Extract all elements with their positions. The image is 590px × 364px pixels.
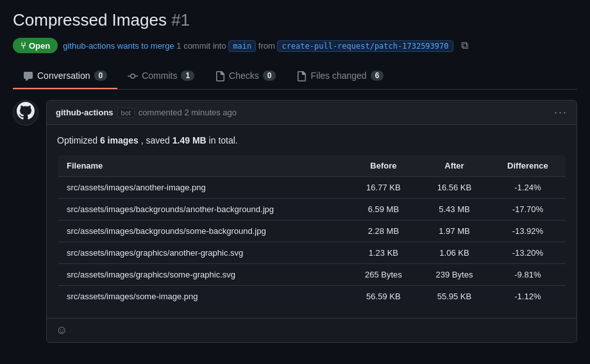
cell-before: 2.28 MB [348, 220, 419, 242]
comment-footer: ☺ [47, 318, 577, 342]
page-container: Compressed Images #1 ⑂ Open github-actio… [0, 0, 590, 363]
cell-after: 5.43 MB [419, 199, 490, 220]
bot-badge: bot [117, 108, 135, 118]
pr-meta: ⑂ Open github-actions wants to merge 1 c… [13, 38, 577, 53]
table-row: src/assets/images/backgrounds/another-ba… [58, 199, 566, 220]
tab-commits-count: 1 [181, 70, 194, 81]
col-difference: Difference [490, 155, 566, 177]
avatar [13, 100, 38, 126]
comment-box: github-actions bot commented 2 minutes a… [46, 100, 577, 343]
tab-bar: Conversation 0 Commits 1 Checks 0 Files … [13, 63, 577, 90]
base-branch-tag[interactable]: main [228, 40, 256, 52]
table-row: src/assets/images/graphics/some-graphic.… [58, 264, 566, 286]
cell-after: 1.97 MB [419, 220, 490, 242]
saved-amount: 1.49 MB [173, 135, 206, 145]
pr-title: Compressed Images #1 [13, 10, 577, 30]
files-changed-icon [296, 70, 307, 81]
cell-filename: src/assets/images/some-image.png [58, 286, 348, 308]
tab-conversation[interactable]: Conversation 0 [13, 63, 117, 89]
cell-difference: -9.81% [490, 264, 566, 286]
cell-difference: -1.12% [490, 286, 566, 308]
cell-filename: src/assets/images/backgrounds/some-backg… [58, 220, 348, 242]
cell-difference: -1.24% [490, 177, 566, 199]
bot-actor-link[interactable]: github-actions wants to merge [63, 41, 174, 51]
cell-difference: -13.20% [490, 242, 566, 264]
cell-before: 265 Bytes [348, 264, 419, 286]
cell-before: 16.77 KB [348, 177, 419, 199]
tab-commits-label: Commits [142, 70, 177, 81]
cell-after: 239 Bytes [419, 264, 490, 286]
table-row: src/assets/images/another-image.png16.77… [58, 177, 566, 199]
table-body: src/assets/images/another-image.png16.77… [58, 177, 566, 308]
cell-before: 1.23 KB [348, 242, 419, 264]
avatar-icon [17, 102, 35, 124]
head-branch-tag[interactable]: create-pull-request/patch-1732593970 [277, 40, 453, 52]
col-before: Before [348, 155, 419, 177]
pr-number: #1 [171, 10, 190, 29]
tab-checks-count: 0 [263, 70, 276, 81]
comment-body: Optimized 6 images , saved 1.49 MB in to… [47, 125, 577, 318]
comment-section: github-actions bot commented 2 minutes a… [13, 100, 577, 343]
tab-conversation-label: Conversation [37, 70, 90, 81]
comment-more-button[interactable]: ··· [554, 106, 568, 119]
tab-files-changed[interactable]: Files changed 6 [286, 63, 394, 89]
checks-icon [215, 70, 225, 81]
cell-filename: src/assets/images/backgrounds/another-ba… [58, 199, 348, 220]
tab-checks-label: Checks [229, 70, 259, 81]
table-header-row: Filename Before After Difference [58, 155, 566, 177]
cell-difference: -17.70% [490, 199, 566, 220]
tab-conversation-count: 0 [94, 70, 108, 81]
conversation-icon [23, 70, 33, 81]
comment-timestamp: commented 2 minutes ago [139, 108, 237, 117]
cell-before: 56.59 KB [348, 286, 419, 308]
table-row: src/assets/images/some-image.png56.59 KB… [58, 286, 566, 308]
cell-filename: src/assets/images/graphics/another-graph… [58, 242, 348, 264]
comment-summary-text: Optimized 6 images , saved 1.49 MB in to… [57, 135, 566, 145]
pr-meta-description: github-actions wants to merge 1 commit i… [63, 41, 453, 51]
emoji-reaction-button[interactable]: ☺ [56, 324, 67, 337]
cell-after: 1.06 KB [419, 242, 490, 264]
cell-filename: src/assets/images/another-image.png [58, 177, 348, 199]
col-after: After [419, 155, 490, 177]
tab-files-changed-count: 6 [371, 70, 384, 81]
commits-icon [128, 70, 138, 81]
table-row: src/assets/images/backgrounds/some-backg… [58, 220, 566, 242]
cell-difference: -13.92% [490, 220, 566, 242]
merge-icon: ⑂ [21, 40, 26, 51]
cell-before: 6.59 MB [348, 199, 419, 220]
copy-branch-button[interactable]: ⧉ [459, 40, 471, 51]
cell-after: 55.95 KB [419, 286, 490, 308]
comment-header-left: github-actions bot commented 2 minutes a… [56, 108, 237, 118]
tab-commits[interactable]: Commits 1 [117, 63, 205, 89]
table-row: src/assets/images/graphics/another-graph… [58, 242, 566, 264]
cell-after: 16.56 KB [419, 177, 490, 199]
pr-title-text: Compressed Images [13, 10, 167, 29]
files-table: Filename Before After Difference src/ass… [57, 154, 566, 308]
tab-files-changed-label: Files changed [310, 70, 366, 81]
cell-filename: src/assets/images/graphics/some-graphic.… [58, 264, 348, 286]
comment-header: github-actions bot commented 2 minutes a… [47, 101, 577, 125]
tab-checks[interactable]: Checks 0 [205, 63, 286, 89]
col-filename: Filename [58, 155, 348, 177]
status-badge: ⑂ Open [13, 38, 58, 53]
open-label: Open [29, 41, 50, 51]
image-count: 6 images [100, 135, 139, 145]
comment-author[interactable]: github-actions [56, 108, 114, 117]
